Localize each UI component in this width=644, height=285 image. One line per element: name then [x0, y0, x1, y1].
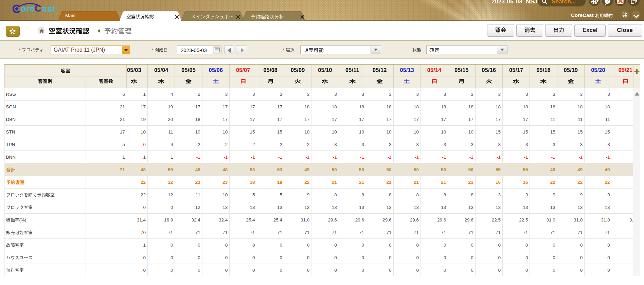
svg-text:C: C	[35, 3, 41, 14]
svg-text:ast: ast	[42, 3, 56, 14]
svg-text:ore: ore	[21, 3, 34, 14]
svg-text:?: ?	[606, 0, 609, 3]
